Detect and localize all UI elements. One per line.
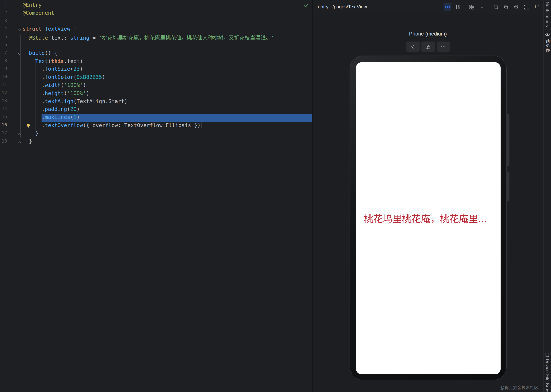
code-text: .textOverflow({ overflow: TextOverflow.E… [23, 122, 312, 130]
code-token: ) [102, 74, 105, 80]
code-tokens: .width('100%') [23, 82, 86, 88]
code-token: ) [77, 114, 80, 120]
tab-device-file-browser[interactable]: Device File Brow [545, 352, 550, 392]
code-tokens: build() { [23, 50, 57, 56]
code-token: maxLines [45, 114, 70, 120]
gutter-fold-column [9, 106, 22, 114]
code-token: ( [70, 114, 73, 120]
line-number: 7 [0, 50, 9, 58]
code-line[interactable]: 7 build() { [0, 50, 312, 58]
line-number: 5 [0, 34, 9, 42]
code-token: . [42, 98, 45, 104]
code-line[interactable]: 10 .fontColor(0xB82B35) [0, 74, 312, 82]
gutter-fold-column [9, 138, 22, 146]
code-token: ( [70, 66, 73, 72]
line-number: 17 [0, 130, 9, 138]
code-token: 1 [73, 114, 77, 120]
fold-down-icon[interactable] [18, 28, 21, 31]
more-options-button[interactable] [437, 42, 450, 52]
tab-previewer[interactable]: 预览器 [544, 32, 550, 52]
code-text: @Entry [23, 2, 312, 10]
code-editor[interactable]: 1@Entry2@Component34struct TextView {5 @… [0, 0, 313, 392]
gutter-fold-column [9, 74, 22, 82]
code-token: @State [29, 35, 48, 41]
line-number: 10 [0, 74, 9, 82]
code-token [23, 138, 29, 145]
code-line[interactable]: 8 Text(this.text) [0, 58, 312, 66]
zoom-ratio-label[interactable]: 1:1 [534, 4, 540, 9]
code-token: '100%' [64, 82, 83, 88]
phone-screen[interactable]: 桃花坞里桃花庵，桃花庵里… [356, 62, 501, 374]
line-number: 18 [0, 138, 9, 146]
code-text: .width('100%') [23, 82, 312, 90]
tool-window-strip: Notifications 预览器 Device File Brow [543, 0, 551, 392]
gutter-fold-column [9, 66, 22, 74]
code-line[interactable]: 13 .textAlign(TextAlign.Start) [0, 98, 312, 106]
rotate-device-button[interactable] [421, 42, 435, 52]
code-line[interactable]: 9 .fontSize(23) [0, 66, 312, 74]
fit-screen-button[interactable] [523, 3, 531, 11]
layers-button[interactable] [454, 3, 462, 11]
code-tokens: .maxLines(1) [23, 114, 80, 120]
code-token: TextAlign.Start [77, 98, 124, 104]
code-text: @Component [23, 10, 312, 18]
gutter-fold-column [9, 82, 22, 90]
previewer-label: 预览器 [544, 39, 550, 52]
code-token [23, 50, 29, 56]
code-token: ( [64, 90, 67, 96]
code-token: ( [48, 58, 51, 64]
fold-up-icon[interactable] [18, 133, 21, 136]
code-line[interactable]: 12 .height('100%') [0, 90, 312, 98]
code-tokens: } [23, 130, 38, 136]
code-token: ( [73, 74, 77, 80]
code-token [23, 98, 42, 104]
fold-up-icon[interactable] [18, 141, 21, 144]
code-line[interactable]: 1@Entry [0, 2, 312, 10]
code-token [23, 74, 42, 80]
code-token: 20 [70, 106, 77, 112]
code-line[interactable]: 6 [0, 42, 312, 50]
notifications-label: Notifications [545, 2, 550, 27]
code-token: Text [35, 58, 48, 64]
code-token: } [29, 138, 32, 145]
grid-view-button[interactable] [468, 3, 476, 11]
gutter-fold-column [9, 50, 22, 58]
code-token: '桃花坞里桃花庵，桃花庵里桃花仙。桃花仙人种桃树，又折花枝当酒钱。' [99, 35, 274, 41]
code-line[interactable]: 16 .textOverflow({ overflow: TextOverflo… [0, 122, 312, 130]
frame-button[interactable] [492, 3, 500, 11]
inspections-passed-icon[interactable] [304, 3, 309, 8]
code-line[interactable]: 14 .padding(20) [0, 106, 312, 114]
code-text: build() { [23, 50, 312, 58]
code-token [23, 130, 35, 136]
gutter-fold-column [9, 122, 22, 130]
chevron-down-icon[interactable] [478, 3, 486, 11]
code-token: ) [80, 66, 83, 72]
orientation-button[interactable] [406, 42, 419, 52]
code-token: 23 [73, 66, 80, 72]
code-tokens: struct TextView { [23, 26, 77, 32]
code-line[interactable]: 4struct TextView { [0, 26, 312, 34]
code-text: .padding(20) [23, 106, 312, 114]
code-line[interactable]: 11 .width('100%') [0, 82, 312, 90]
previewer-panel: entry : /pages/TextView [313, 0, 543, 392]
code-line[interactable]: 18 } [0, 138, 312, 146]
code-line[interactable]: 5 @State text: string = '桃花坞里桃花庵，桃花庵里桃花仙… [0, 34, 312, 42]
code-token: fontColor [45, 74, 73, 80]
code-tokens: @State text: string = '桃花坞里桃花庵，桃花庵里桃花仙。桃… [23, 35, 274, 41]
tab-notifications[interactable]: Notifications [545, 2, 550, 27]
zoom-out-button[interactable] [502, 3, 510, 11]
code-line[interactable]: 2@Component [0, 10, 312, 18]
code-line[interactable]: 3 [0, 18, 312, 26]
code-line[interactable]: 17 } [0, 130, 312, 138]
line-number: 1 [0, 2, 9, 10]
highlight-eye-button[interactable] [444, 3, 451, 11]
code-tokens: .textAlign(TextAlign.Start) [23, 98, 128, 104]
code-text: .maxLines(1) [23, 114, 312, 122]
code-token: ( [61, 82, 64, 88]
code-token: textOverflow [45, 122, 83, 128]
line-number: 8 [0, 58, 9, 66]
code-line[interactable]: 15 .maxLines(1) [0, 114, 312, 122]
zoom-in-button[interactable] [513, 3, 521, 11]
fold-down-icon[interactable] [18, 52, 21, 55]
code-token [23, 90, 42, 96]
